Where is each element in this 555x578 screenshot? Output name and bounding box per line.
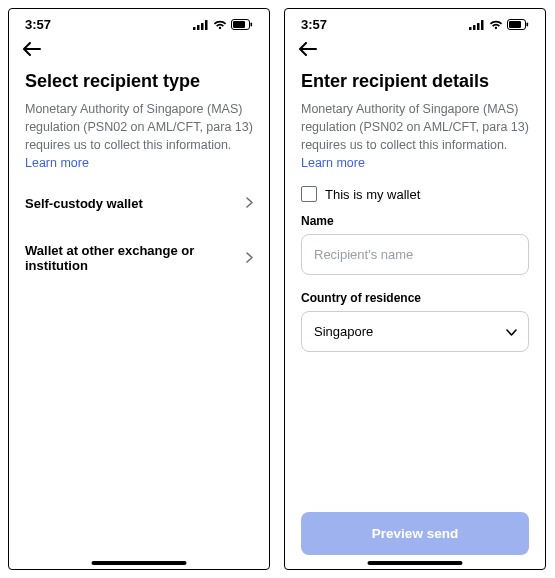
svg-rect-2 — [201, 23, 204, 30]
status-time: 3:57 — [301, 17, 327, 32]
option-label: Self-custody wallet — [25, 196, 143, 211]
svg-rect-12 — [509, 21, 521, 28]
svg-rect-8 — [473, 25, 476, 30]
status-bar: 3:57 — [285, 9, 545, 36]
regulation-description: Monetary Authority of Singapore (MAS) re… — [25, 100, 253, 154]
learn-more-link[interactable]: Learn more — [301, 156, 529, 170]
checkbox-label: This is my wallet — [325, 187, 420, 202]
cellular-icon — [193, 20, 209, 30]
regulation-description: Monetary Authority of Singapore (MAS) re… — [301, 100, 529, 154]
svg-rect-6 — [251, 23, 253, 27]
learn-more-link[interactable]: Learn more — [25, 156, 253, 170]
country-value[interactable] — [301, 311, 529, 352]
option-self-custody-wallet[interactable]: Self-custody wallet — [25, 180, 253, 227]
battery-icon — [231, 19, 253, 30]
arrow-left-icon — [23, 42, 41, 56]
status-indicators — [193, 19, 253, 30]
svg-rect-0 — [193, 27, 196, 30]
page-title: Enter recipient details — [301, 71, 529, 92]
wifi-icon — [213, 20, 227, 30]
svg-rect-1 — [197, 25, 200, 30]
svg-rect-9 — [477, 23, 480, 30]
back-button[interactable] — [299, 40, 317, 61]
cellular-icon — [469, 20, 485, 30]
svg-rect-13 — [527, 23, 529, 27]
page-title: Select recipient type — [25, 71, 253, 92]
svg-rect-3 — [205, 20, 208, 30]
option-other-exchange[interactable]: Wallet at other exchange or institution — [25, 227, 253, 289]
recipient-name-input[interactable] — [301, 234, 529, 275]
name-label: Name — [301, 214, 529, 228]
chevron-right-icon — [246, 196, 253, 211]
home-indicator — [368, 561, 463, 565]
arrow-left-icon — [299, 42, 317, 56]
screen-select-recipient-type: 3:57 Select recipient type Monetary Auth… — [8, 8, 270, 570]
country-label: Country of residence — [301, 291, 529, 305]
status-bar: 3:57 — [9, 9, 269, 36]
svg-rect-10 — [481, 20, 484, 30]
back-button[interactable] — [23, 40, 41, 61]
status-indicators — [469, 19, 529, 30]
country-select[interactable] — [301, 311, 529, 352]
chevron-right-icon — [246, 251, 253, 266]
option-label: Wallet at other exchange or institution — [25, 243, 246, 273]
checkbox-icon — [301, 186, 317, 202]
home-indicator — [92, 561, 187, 565]
battery-icon — [507, 19, 529, 30]
svg-rect-5 — [233, 21, 245, 28]
svg-rect-7 — [469, 27, 472, 30]
wifi-icon — [489, 20, 503, 30]
preview-send-button[interactable]: Preview send — [301, 512, 529, 555]
status-time: 3:57 — [25, 17, 51, 32]
screen-enter-recipient-details: 3:57 Enter recipient details Monetary Au… — [284, 8, 546, 570]
my-wallet-checkbox[interactable]: This is my wallet — [301, 186, 529, 202]
